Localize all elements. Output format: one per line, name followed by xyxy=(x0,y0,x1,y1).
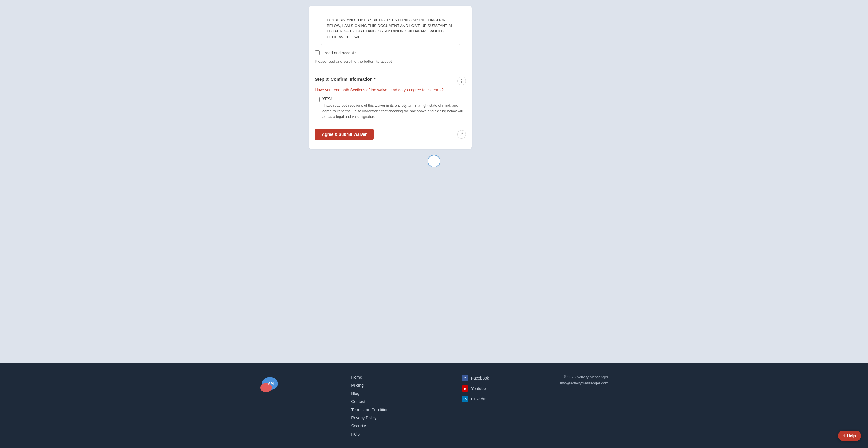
footer-nav-privacy[interactable]: Privacy Policy xyxy=(351,415,391,420)
form-card: I UNDERSTAND THAT BY DIGITALLY ENTERING … xyxy=(309,6,472,149)
youtube-icon: ▶ xyxy=(462,385,468,392)
yes-label-group: YES! I have read both sections of this w… xyxy=(322,97,466,119)
linkedin-icon: in xyxy=(462,396,468,402)
footer-inner: AM Home Pricing Blog Contact Terms and C… xyxy=(260,375,608,437)
svg-text:AM: AM xyxy=(268,382,274,386)
footer-nav-blog[interactable]: Blog xyxy=(351,391,391,396)
help-fab-label: Help xyxy=(847,434,856,438)
social-facebook[interactable]: f Facebook xyxy=(462,375,489,381)
step3-question: Have you read both Sections of the waive… xyxy=(309,88,472,92)
read-accept-checkbox[interactable] xyxy=(315,50,319,55)
section-divider xyxy=(309,70,472,71)
edit-icon-button[interactable] xyxy=(457,130,466,139)
yes-description: I have read both sections of this waiver… xyxy=(322,103,466,119)
footer-logo: AM xyxy=(260,375,280,395)
help-fab-button[interactable]: ℹ Help xyxy=(838,430,861,441)
read-accept-label[interactable]: I read and accept * xyxy=(322,50,357,55)
submit-button[interactable]: Agree & Submit Waiver xyxy=(315,129,374,140)
footer-email[interactable]: info@activitymessenger.com xyxy=(560,381,608,385)
footer-nav-contact[interactable]: Contact xyxy=(351,399,391,404)
social-linkedin[interactable]: in LinkedIn xyxy=(462,396,489,402)
help-text: Please read and scroll to the bottom to … xyxy=(315,59,466,64)
footer-nav: Home Pricing Blog Contact Terms and Cond… xyxy=(351,375,391,437)
copyright-text: © 2025 Activity Messenger xyxy=(560,375,608,379)
footer-nav-security[interactable]: Security xyxy=(351,424,391,428)
footer: AM Home Pricing Blog Contact Terms and C… xyxy=(0,363,868,448)
footer-nav-pricing[interactable]: Pricing xyxy=(351,383,391,388)
footer-social: f Facebook ▶ Youtube in LinkedIn xyxy=(462,375,489,402)
submit-area: Agree & Submit Waiver xyxy=(309,123,472,149)
footer-nav-help[interactable]: Help xyxy=(351,432,391,437)
help-icon: ℹ xyxy=(843,434,845,438)
footer-copyright: © 2025 Activity Messenger info@activitym… xyxy=(560,375,608,385)
step3-header: Step 3: Confirm Information * ⋮ xyxy=(309,77,472,85)
more-options-button[interactable]: ⋮ xyxy=(457,77,466,85)
youtube-label: Youtube xyxy=(471,386,486,391)
yes-checkbox-row: YES! I have read both sections of this w… xyxy=(309,97,472,119)
footer-nav-home[interactable]: Home xyxy=(351,375,391,380)
facebook-label: Facebook xyxy=(471,376,489,380)
read-accept-row: I read and accept * xyxy=(315,50,466,57)
linkedin-label: LinkedIn xyxy=(471,397,487,401)
footer-nav-terms[interactable]: Terms and Conditions xyxy=(351,407,391,412)
yes-checkbox[interactable] xyxy=(315,97,319,102)
facebook-icon: f xyxy=(462,375,468,381)
social-youtube[interactable]: ▶ Youtube xyxy=(462,385,489,392)
disclaimer-text: I UNDERSTAND THAT BY DIGITALLY ENTERING … xyxy=(327,18,453,39)
edit-icon xyxy=(460,132,464,136)
logo-svg: AM xyxy=(260,375,280,395)
yes-label[interactable]: YES! xyxy=(322,97,466,101)
add-section-button[interactable]: + xyxy=(428,154,440,167)
step3-title: Step 3: Confirm Information * xyxy=(315,77,375,81)
disclaimer-box: I UNDERSTAND THAT BY DIGITALLY ENTERING … xyxy=(321,11,460,45)
